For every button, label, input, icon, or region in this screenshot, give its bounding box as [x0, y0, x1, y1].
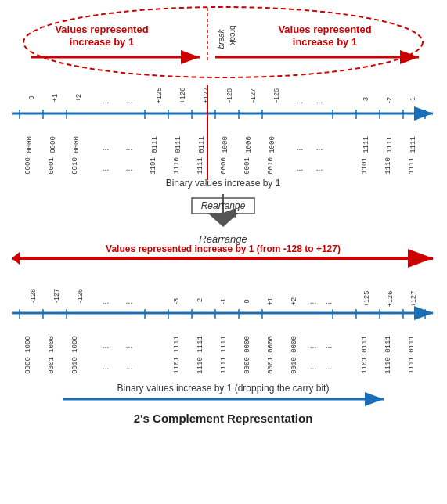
- svg-text:+126: +126: [178, 88, 186, 103]
- svg-text:-2: -2: [196, 298, 204, 304]
- svg-text:+127: +127: [409, 291, 417, 307]
- svg-text:increase by 1: increase by 1: [70, 36, 134, 48]
- svg-text:Values represented: Values represented: [55, 23, 148, 35]
- svg-text:...: ...: [297, 143, 303, 152]
- svg-text:1110: 1110: [196, 357, 204, 374]
- svg-text:-128: -128: [225, 88, 233, 103]
- svg-text:+1: +1: [266, 297, 274, 305]
- svg-text:1111: 1111: [408, 357, 416, 374]
- svg-text:...: ...: [126, 96, 132, 105]
- svg-text:0111: 0111: [408, 336, 416, 353]
- svg-text:0001: 0001: [243, 157, 251, 175]
- svg-text:break: break: [229, 25, 237, 45]
- svg-text:0010: 0010: [71, 357, 79, 374]
- svg-text:0001: 0001: [267, 357, 275, 374]
- svg-text:1000: 1000: [269, 136, 276, 153]
- svg-text:0000: 0000: [24, 157, 32, 175]
- svg-text:0000: 0000: [290, 336, 298, 353]
- svg-text:-3: -3: [172, 298, 180, 304]
- svg-text:...: ...: [310, 297, 316, 305]
- svg-text:1101: 1101: [361, 357, 369, 374]
- svg-text:+1: +1: [51, 94, 59, 102]
- svg-text:+126: +126: [386, 291, 394, 307]
- svg-text:1111: 1111: [220, 357, 228, 374]
- svg-text:-2: -2: [385, 97, 393, 103]
- svg-text:Values represented: Values represented: [278, 23, 371, 35]
- svg-text:...: ...: [326, 297, 332, 305]
- svg-text:0111: 0111: [175, 136, 182, 153]
- svg-text:-1: -1: [409, 97, 416, 103]
- svg-text:Rearrange: Rearrange: [201, 200, 246, 211]
- svg-text:-127: -127: [52, 289, 60, 303]
- svg-text:-3: -3: [362, 97, 369, 103]
- svg-text:...: ...: [316, 164, 323, 172]
- svg-text:...: ...: [326, 362, 332, 371]
- svg-text:0000: 0000: [26, 136, 34, 153]
- svg-text:...: ...: [316, 96, 323, 105]
- svg-text:0000: 0000: [24, 357, 32, 374]
- svg-text:1110: 1110: [173, 157, 181, 175]
- svg-text:1000: 1000: [222, 136, 229, 153]
- svg-text:increase by 1: increase by 1: [293, 36, 357, 48]
- svg-text:...: ...: [310, 362, 316, 371]
- svg-text:-128: -128: [29, 289, 37, 303]
- svg-text:1111: 1111: [220, 336, 228, 353]
- svg-text:0000: 0000: [73, 136, 81, 153]
- svg-text:0000: 0000: [220, 157, 228, 175]
- svg-text:1000: 1000: [48, 336, 56, 353]
- svg-text:-126: -126: [272, 88, 280, 103]
- svg-text:0111: 0111: [384, 336, 392, 353]
- svg-rect-147: [192, 198, 254, 214]
- svg-text:...: ...: [103, 362, 109, 371]
- svg-text:1000: 1000: [245, 136, 253, 153]
- svg-text:1111: 1111: [196, 157, 204, 175]
- svg-text:...: ...: [126, 164, 132, 172]
- svg-text:...: ...: [316, 143, 323, 152]
- svg-text:1111: 1111: [409, 136, 417, 153]
- svg-text:0010: 0010: [290, 357, 298, 374]
- svg-text:1101: 1101: [173, 357, 181, 374]
- svg-text:0000: 0000: [49, 136, 57, 153]
- svg-text:1111: 1111: [362, 136, 370, 153]
- svg-point-0: [23, 7, 423, 77]
- svg-text:...: ...: [297, 164, 303, 172]
- svg-text:break: break: [217, 28, 225, 49]
- svg-text:...: ...: [126, 143, 132, 152]
- diagram: break Binary values increase by 1 Rearra…: [0, 0, 447, 504]
- svg-text:...: ...: [103, 164, 109, 172]
- svg-text:0111: 0111: [198, 136, 206, 153]
- svg-text:Rearrange: Rearrange: [199, 233, 247, 245]
- svg-text:0001: 0001: [48, 357, 56, 374]
- svg-text:1000: 1000: [71, 336, 79, 353]
- svg-text:0111: 0111: [151, 136, 159, 153]
- svg-text:1110: 1110: [384, 357, 392, 374]
- svg-text:1110: 1110: [384, 157, 392, 175]
- svg-text:+2: +2: [290, 297, 297, 305]
- svg-text:...: ...: [297, 96, 303, 105]
- svg-text:+127: +127: [202, 88, 210, 103]
- svg-text:-1: -1: [219, 298, 227, 304]
- svg-text:Values represented increase by: Values represented increase by 1 (from -…: [106, 243, 341, 254]
- svg-text:0000: 0000: [243, 336, 251, 353]
- svg-text:...: ...: [310, 341, 316, 350]
- svg-text:0111: 0111: [361, 336, 369, 353]
- svg-text:-126: -126: [76, 289, 84, 303]
- svg-text:...: ...: [103, 341, 109, 350]
- svg-text:0010: 0010: [71, 157, 79, 175]
- svg-text:1111: 1111: [173, 336, 181, 353]
- svg-marker-23: [207, 213, 239, 227]
- main-svg: break Binary values increase by 1 Rearra…: [0, 0, 447, 504]
- svg-text:...: ...: [126, 362, 132, 371]
- svg-text:+2: +2: [74, 94, 82, 102]
- svg-text:1000: 1000: [24, 336, 32, 353]
- svg-text:...: ...: [103, 96, 109, 105]
- svg-text:2's Complement Representation: 2's Complement Representation: [134, 412, 313, 425]
- svg-text:1101: 1101: [361, 157, 369, 175]
- svg-text:0000: 0000: [267, 336, 275, 353]
- svg-text:...: ...: [103, 297, 109, 305]
- svg-text:-127: -127: [249, 88, 257, 103]
- svg-text:0: 0: [243, 299, 251, 303]
- svg-text:...: ...: [126, 341, 132, 350]
- svg-text:+125: +125: [155, 88, 163, 103]
- svg-text:1101: 1101: [150, 157, 157, 175]
